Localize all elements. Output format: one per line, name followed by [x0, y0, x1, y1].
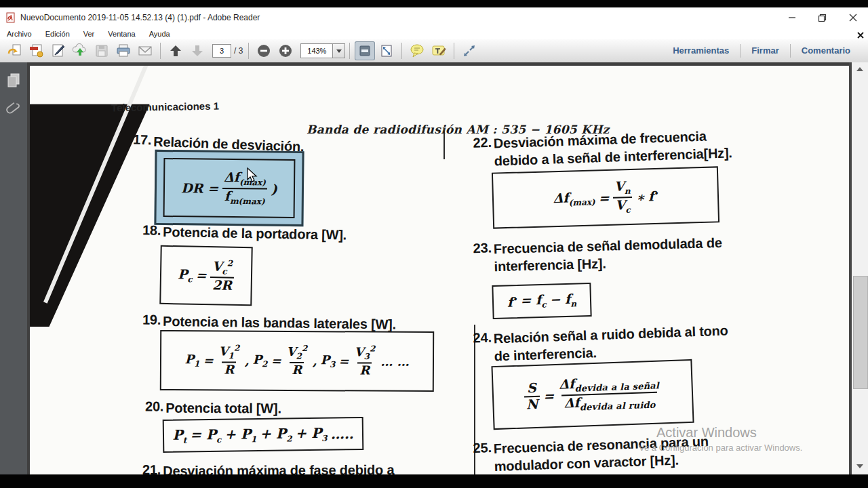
paperclip-icon [6, 101, 21, 117]
formula-24: S N = Δfdevida a la señal Δfdevida al ru… [524, 374, 663, 415]
fullscreen-arrows-icon [461, 43, 477, 59]
minimize-button[interactable] [776, 7, 807, 28]
menu-ayuda[interactable]: Ayuda [142, 30, 177, 38]
print-icon [115, 43, 132, 59]
scroll-up-button[interactable] [852, 62, 868, 76]
attachments-button[interactable] [0, 98, 27, 121]
formula-19-box: P1 = V12 R , P2 = V22 R , P3 = V32 R [160, 330, 434, 392]
comment-bubble-icon [409, 43, 425, 59]
doc-course-title: Telecomunicaciones 1 [111, 100, 219, 114]
formula-17: DR = Δf(max) fm(max) ) [163, 158, 296, 218]
create-pdf-button[interactable] [26, 41, 47, 60]
formula-18: Pc = Vc2 2R [178, 258, 235, 293]
item-20-heading: 20. Potencia total [W]. [145, 399, 281, 417]
fullscreen-button[interactable] [459, 41, 479, 60]
highlight-text-icon [431, 43, 447, 59]
scrollbar-thumb[interactable] [853, 276, 868, 389]
vertical-scrollbar[interactable] [852, 62, 868, 474]
formula-23-box: f∙ = fc − fn [492, 283, 591, 319]
fit-page-button[interactable] [376, 41, 397, 60]
pdf-file-icon [5, 12, 16, 23]
formula-23: f∙ = fc − fn [507, 291, 577, 311]
item-21-heading: 21. Desviación máxima de fase debido a [142, 461, 394, 474]
column-divider-top [443, 128, 445, 159]
menu-bar: Archivo Edición Ver Ventana Ayuda [0, 28, 868, 40]
arrow-up-icon [168, 43, 183, 58]
create-pdf-icon [28, 43, 45, 59]
zoom-out-icon [256, 43, 271, 58]
restore-button[interactable] [807, 7, 837, 28]
formula-24-box: S N = Δfdevida a la señal Δfdevida al ru… [491, 359, 694, 430]
zoom-out-button[interactable] [254, 41, 274, 60]
menu-archivo[interactable]: Archivo [0, 30, 39, 38]
fit-width-icon [357, 43, 372, 58]
previous-page-button[interactable] [165, 41, 186, 60]
activate-windows-watermark-line2: Ve a Configuración para activar Windows. [639, 443, 802, 453]
zoom-dropdown-button[interactable] [333, 43, 345, 58]
scroll-up-icon [856, 67, 863, 71]
zoom-in-icon [278, 43, 293, 58]
bottom-black-bar [0, 474, 868, 488]
window-title: NuevoDocumento 2019-11-05 14.52.13 (4) (… [20, 13, 260, 22]
menu-ver[interactable]: Ver [77, 30, 102, 38]
small-close-icon [857, 32, 864, 39]
title-bar: NuevoDocumento 2019-11-05 14.52.13 (4) (… [0, 7, 868, 28]
minimize-icon [788, 14, 796, 22]
top-black-bar [0, 0, 868, 7]
email-envelope-icon [137, 43, 153, 59]
print-button[interactable] [113, 41, 134, 60]
item-18-heading: 18. Potencia de la portadora [W]. [142, 222, 347, 243]
adobe-reader-window: NuevoDocumento 2019-11-05 14.52.13 (4) (… [0, 0, 868, 488]
save-floppy-icon [94, 43, 109, 58]
open-file-icon [7, 43, 23, 59]
cloud-upload-button[interactable] [70, 41, 90, 60]
page-total-label: / 3 [234, 46, 243, 56]
formula-19: P1 = V12 R , P2 = V22 R , P3 = V32 R [184, 344, 409, 378]
page-number-input[interactable] [212, 44, 231, 58]
next-page-button[interactable] [187, 41, 208, 60]
page-thumbnails-icon [6, 73, 21, 89]
chevron-down-icon [336, 49, 342, 53]
page-thumbnails-button[interactable] [0, 69, 27, 92]
toolbar-panels: Herramientas Firmar Comentario [662, 39, 861, 62]
close-button[interactable] [837, 7, 868, 28]
formula-20: Pt = Pc + P1 + P2 + P3 ….. [172, 424, 353, 445]
arrow-down-icon [190, 43, 205, 58]
menu-edicion[interactable]: Edición [39, 30, 77, 38]
herramientas-button[interactable]: Herramientas [662, 45, 740, 56]
navigation-sidebar [0, 62, 27, 474]
comment-bubble-button[interactable] [407, 41, 427, 60]
close-icon [849, 14, 857, 22]
save-button[interactable] [92, 41, 112, 60]
sign-pen-icon [50, 43, 66, 59]
firmar-button[interactable]: Firmar [741, 45, 789, 56]
highlight-text-button[interactable] [429, 41, 449, 60]
scroll-down-button[interactable] [852, 460, 868, 473]
email-button[interactable] [135, 41, 155, 60]
activate-windows-watermark: Activar Windows [656, 425, 757, 441]
fit-width-button[interactable] [355, 41, 375, 60]
formula-18-box: Pc = Vc2 2R [159, 245, 252, 306]
mouse-cursor [247, 167, 258, 184]
sign-document-button[interactable] [48, 41, 68, 60]
formula-22: Δf(max) = Vn Vc ∗ f∙ [553, 178, 658, 217]
cloud-upload-icon [72, 43, 88, 59]
menu-ventana[interactable]: Ventana [101, 30, 142, 38]
formula-17-highlighted-box: DR = Δf(max) fm(max) ) [154, 150, 304, 226]
pdf-page: Telecomunicaciones 1 Banda de radiodifus… [30, 66, 849, 474]
open-file-button[interactable] [5, 41, 25, 60]
item-23-heading: 23. Frecuencia de señal demodulada de in… [473, 234, 722, 276]
fit-page-icon [379, 43, 394, 58]
formula-22-box: Δf(max) = Vn Vc ∗ f∙ [492, 166, 719, 228]
zoom-in-button[interactable] [275, 41, 296, 60]
scroll-down-icon [856, 464, 863, 468]
restore-icon [818, 14, 827, 22]
zoom-level-value[interactable]: 143% [300, 43, 333, 58]
formula-20-box: Pt = Pc + P1 + P2 + P3 ….. [163, 417, 364, 453]
comentario-button[interactable]: Comentario [791, 45, 861, 56]
